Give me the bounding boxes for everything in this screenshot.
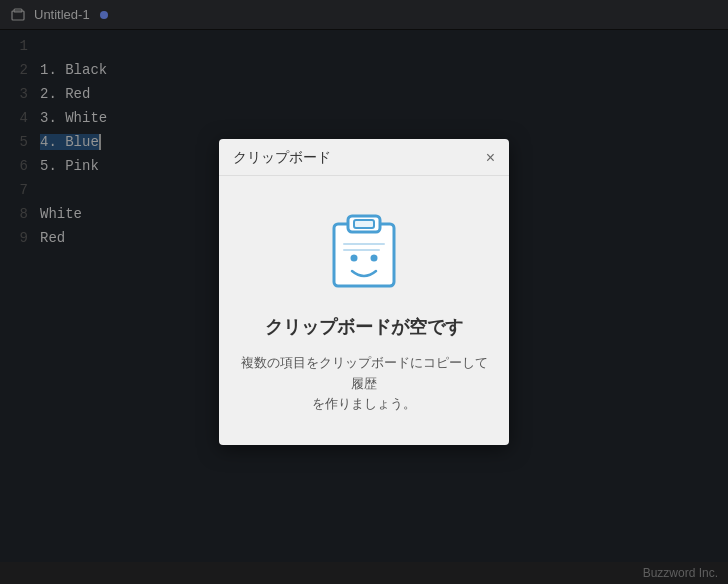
- svg-rect-4: [354, 220, 374, 228]
- modal-body: クリップボードが空です 複数の項目をクリップボードにコピーして履歴を作りましょう…: [219, 176, 509, 445]
- modal-overlay: クリップボード ×: [0, 0, 728, 584]
- modal-main-text: クリップボードが空です: [265, 315, 463, 339]
- modal-header: クリップボード ×: [219, 139, 509, 176]
- svg-point-5: [351, 254, 358, 261]
- clipboard-icon: [324, 206, 404, 301]
- modal-sub-text: 複数の項目をクリップボードにコピーして履歴を作りましょう。: [239, 353, 489, 415]
- clipboard-modal: クリップボード ×: [219, 139, 509, 445]
- svg-point-6: [371, 254, 378, 261]
- modal-close-button[interactable]: ×: [486, 150, 495, 166]
- modal-title: クリップボード: [233, 149, 331, 167]
